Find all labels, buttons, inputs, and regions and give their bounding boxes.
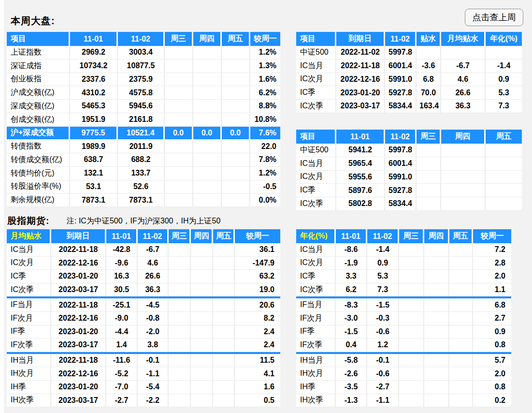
row-label-cell: 深证成指 [7,59,70,73]
value-cell [399,367,424,381]
value-cell [193,193,222,207]
row-label-cell: IF次月 [7,312,51,325]
value-cell [417,184,441,197]
row-label-cell: IC次月 [296,171,336,184]
value-cell [193,167,222,180]
table-row: 深成交额(亿)5465.35945.68.8% [7,100,280,113]
table-row: IC当月5965.46001.4 [296,157,522,171]
value-cell: -0.5 [250,180,280,194]
value-cell [399,243,424,257]
value-cell [424,283,449,297]
value-cell [191,339,213,352]
value-cell: 2011.9 [118,140,165,153]
value-cell: -3.5 [336,381,367,394]
value-cell [193,46,222,59]
value-cell: 2.0 [473,270,511,283]
row-label-cell: IF季 [296,325,336,339]
value-cell: 2022-12-16 [336,73,385,87]
value-cell [449,312,473,325]
value-cell [213,381,235,394]
value-cell: 0.9 [367,257,399,270]
column-header: 项目 [296,130,336,144]
value-cell: 5.7 [473,354,511,368]
value-cell: 1.2% [250,46,280,59]
value-cell: 2022-12-16 [51,312,106,325]
value-cell: 2022-11-18 [51,354,106,368]
value-cell: 2.8 [473,257,511,270]
value-cell: 70.0 [417,86,441,100]
value-cell: 36.1 [235,243,280,257]
table-row: IH季-3.5-2.70.8 [296,381,511,394]
value-cell [399,354,424,368]
value-cell: 5955.6 [336,171,385,184]
page-title: 本周大盘: [11,15,55,28]
table-row: 沪成交额(亿)4310.24575.86.2% [7,86,280,100]
value-cell [417,171,441,184]
value-cell: 5465.3 [70,100,118,113]
annualized-basis-table: 年化(%)11-0111-02周三周四周五较周一IC当月-8.6-1.47.2I… [296,229,511,407]
value-cell [213,312,235,325]
value-cell: -5.4 [138,381,169,394]
value-cell [222,167,250,180]
row-label-cell: IC季 [7,270,51,283]
table-row: IC季3.35.32.0 [296,270,511,283]
row-label-cell: 剩余规模(亿) [7,193,70,207]
value-cell: 5.3 [367,270,399,283]
header-row: 年化(%)11-0111-02周三周四周五较周一 [296,229,511,243]
value-cell [222,180,250,194]
value-cell: 7.2 [473,243,511,257]
value-cell: 2023-03-17 [51,283,106,297]
market-overview-table: 项目11-0111-02周三周四周五较周一上证指数2969.23003.41.2… [7,32,280,207]
left-edge-strip [0,0,4,413]
value-cell [424,367,449,381]
value-cell: 5834.4 [385,100,417,113]
value-cell: -1.3 [336,394,367,408]
row-label-cell: IH次月 [296,367,336,381]
value-cell [193,59,222,73]
value-cell: 6001.4 [385,157,417,171]
value-cell: 10.8% [250,113,280,127]
table-row: IC季2023-01-2016.326.663.2 [7,270,280,283]
row-label-cell: 创成交额(亿) [7,113,70,127]
column-header: 周四 [193,32,222,46]
value-cell [165,113,193,127]
value-cell [213,283,235,297]
table-row: IF当月2022-11-18-25.1-4.520.6 [7,298,280,312]
value-cell: 2022-11-18 [51,298,106,312]
value-cell: 2023-01-20 [51,381,106,394]
value-cell: -5.8 [336,354,367,368]
value-cell [486,46,522,59]
value-cell: -9.0 [106,312,138,325]
column-header: 到期日 [336,32,385,46]
value-cell: 52.6 [118,180,165,194]
value-cell [169,283,191,297]
value-cell [191,367,213,381]
row-label-cell: IC次月 [296,73,336,87]
value-cell [449,270,473,283]
value-cell: -147.9 [235,257,280,270]
table-row: 转债指数1989.92011.922.0 [7,140,280,153]
value-cell [165,86,193,100]
value-cell: 2022-12-16 [51,257,106,270]
value-cell [169,367,191,381]
row-label-cell: IH次月 [7,367,51,381]
value-cell: 7873.1 [118,193,165,207]
table-row: 转股溢价率(%)53.152.6-0.5 [7,180,280,194]
value-cell: 5802.8 [336,197,385,211]
value-cell [441,171,486,184]
value-cell [424,312,449,325]
value-cell: 10734.2 [70,59,118,73]
value-cell: 1.1 [473,283,511,297]
value-cell: -0.3 [367,312,399,325]
row-label-cell: 中证500 [296,46,336,59]
value-cell [449,283,473,297]
column-header: 周五 [222,32,250,46]
column-header: 周三 [165,32,193,46]
value-cell: -1.4 [367,243,399,257]
value-cell: 5897.6 [336,184,385,197]
view-last-week-button[interactable]: 点击查上周 [465,9,523,26]
table-row: IC次月-1.90.92.8 [296,257,511,270]
table-row: IC当月2022-11-18-42.8-6.736.1 [7,243,280,257]
value-cell: 7873.1 [70,193,118,207]
value-cell: 2337.6 [70,73,118,87]
